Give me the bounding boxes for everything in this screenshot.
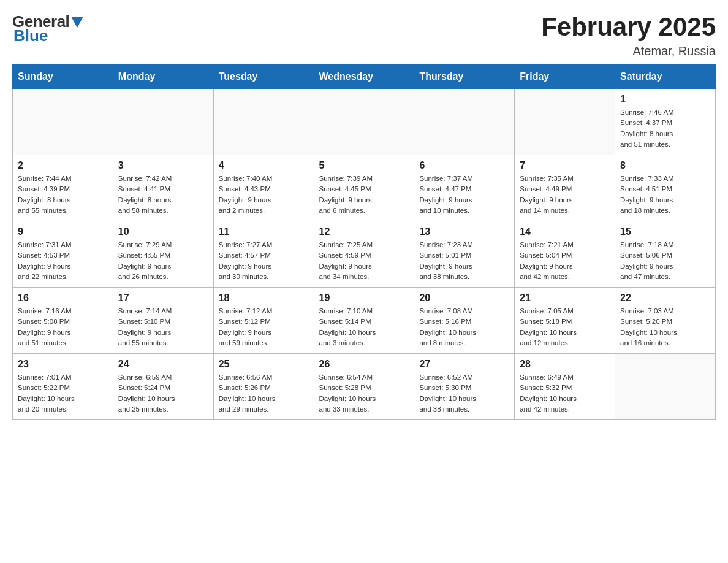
day-info: Sunrise: 7:10 AM Sunset: 5:14 PM Dayligh… bbox=[319, 306, 409, 348]
calendar-cell-week5-day2: 24Sunrise: 6:59 AM Sunset: 5:24 PM Dayli… bbox=[113, 354, 213, 420]
calendar-header: Sunday Monday Tuesday Wednesday Thursday… bbox=[13, 65, 716, 89]
calendar-cell-week5-day4: 26Sunrise: 6:54 AM Sunset: 5:28 PM Dayli… bbox=[314, 354, 414, 420]
day-number: 28 bbox=[520, 359, 610, 370]
day-info: Sunrise: 7:27 AM Sunset: 4:57 PM Dayligh… bbox=[219, 240, 309, 282]
day-number: 19 bbox=[319, 293, 409, 304]
day-info: Sunrise: 7:16 AM Sunset: 5:08 PM Dayligh… bbox=[18, 306, 108, 348]
calendar-cell-week3-day6: 14Sunrise: 7:21 AM Sunset: 5:04 PM Dayli… bbox=[515, 221, 615, 288]
calendar-cell-week4-day7: 22Sunrise: 7:03 AM Sunset: 5:20 PM Dayli… bbox=[615, 288, 716, 354]
svg-marker-0 bbox=[71, 17, 83, 28]
calendar-cell-week2-day6: 7Sunrise: 7:35 AM Sunset: 4:49 PM Daylig… bbox=[515, 155, 615, 221]
logo-triangle-icon bbox=[71, 17, 83, 28]
day-info: Sunrise: 7:33 AM Sunset: 4:51 PM Dayligh… bbox=[620, 174, 710, 216]
day-number: 4 bbox=[219, 160, 309, 171]
calendar-cell-week2-day1: 2Sunrise: 7:44 AM Sunset: 4:39 PM Daylig… bbox=[13, 155, 113, 221]
calendar-cell-week4-day4: 19Sunrise: 7:10 AM Sunset: 5:14 PM Dayli… bbox=[314, 288, 414, 354]
calendar-cell-week1-day2 bbox=[113, 89, 213, 155]
day-info: Sunrise: 7:23 AM Sunset: 5:01 PM Dayligh… bbox=[419, 240, 509, 282]
day-info: Sunrise: 6:49 AM Sunset: 5:32 PM Dayligh… bbox=[520, 372, 610, 415]
day-info: Sunrise: 7:46 AM Sunset: 4:37 PM Dayligh… bbox=[620, 107, 710, 150]
day-number: 1 bbox=[620, 94, 710, 105]
day-number: 27 bbox=[419, 359, 509, 370]
day-info: Sunrise: 7:08 AM Sunset: 5:16 PM Dayligh… bbox=[419, 306, 509, 348]
calendar-table: Sunday Monday Tuesday Wednesday Thursday… bbox=[12, 64, 716, 420]
calendar-cell-week4-day2: 17Sunrise: 7:14 AM Sunset: 5:10 PM Dayli… bbox=[113, 288, 213, 354]
day-number: 2 bbox=[18, 160, 108, 171]
calendar-cell-week3-day7: 15Sunrise: 7:18 AM Sunset: 5:06 PM Dayli… bbox=[615, 221, 716, 288]
day-number: 20 bbox=[419, 293, 509, 304]
day-info: Sunrise: 7:39 AM Sunset: 4:45 PM Dayligh… bbox=[319, 174, 409, 216]
calendar-cell-week2-day3: 4Sunrise: 7:40 AM Sunset: 4:43 PM Daylig… bbox=[213, 155, 314, 221]
day-info: Sunrise: 7:14 AM Sunset: 5:10 PM Dayligh… bbox=[118, 306, 208, 348]
day-number: 5 bbox=[319, 160, 409, 171]
calendar-cell-week5-day7 bbox=[615, 354, 716, 420]
day-info: Sunrise: 7:25 AM Sunset: 4:59 PM Dayligh… bbox=[319, 240, 409, 282]
day-number: 14 bbox=[520, 226, 610, 237]
calendar-cell-week2-day4: 5Sunrise: 7:39 AM Sunset: 4:45 PM Daylig… bbox=[314, 155, 414, 221]
day-info: Sunrise: 7:35 AM Sunset: 4:49 PM Dayligh… bbox=[520, 174, 610, 216]
day-info: Sunrise: 7:42 AM Sunset: 4:41 PM Dayligh… bbox=[118, 174, 208, 216]
header-friday: Friday bbox=[515, 65, 615, 89]
calendar-cell-week2-day2: 3Sunrise: 7:42 AM Sunset: 4:41 PM Daylig… bbox=[113, 155, 213, 221]
day-info: Sunrise: 7:18 AM Sunset: 5:06 PM Dayligh… bbox=[620, 240, 710, 282]
day-info: Sunrise: 7:40 AM Sunset: 4:43 PM Dayligh… bbox=[219, 174, 309, 216]
week-row-3: 9Sunrise: 7:31 AM Sunset: 4:53 PM Daylig… bbox=[13, 221, 716, 288]
day-number: 22 bbox=[620, 293, 710, 304]
calendar-cell-week1-day4 bbox=[314, 89, 414, 155]
header-saturday: Saturday bbox=[615, 65, 716, 89]
week-row-5: 23Sunrise: 7:01 AM Sunset: 5:22 PM Dayli… bbox=[13, 354, 716, 420]
day-number: 13 bbox=[419, 226, 509, 237]
day-number: 7 bbox=[520, 160, 610, 171]
week-row-4: 16Sunrise: 7:16 AM Sunset: 5:08 PM Dayli… bbox=[13, 288, 716, 354]
day-info: Sunrise: 7:01 AM Sunset: 5:22 PM Dayligh… bbox=[18, 372, 108, 415]
day-number: 6 bbox=[419, 160, 509, 171]
calendar-cell-week1-day5 bbox=[414, 89, 515, 155]
calendar-cell-week1-day1 bbox=[13, 89, 113, 155]
calendar-cell-week2-day5: 6Sunrise: 7:37 AM Sunset: 4:47 PM Daylig… bbox=[414, 155, 515, 221]
day-info: Sunrise: 7:05 AM Sunset: 5:18 PM Dayligh… bbox=[520, 306, 610, 348]
day-number: 16 bbox=[18, 293, 108, 304]
day-number: 23 bbox=[18, 359, 108, 370]
weekday-header-row: Sunday Monday Tuesday Wednesday Thursday… bbox=[13, 65, 716, 89]
calendar-cell-week3-day1: 9Sunrise: 7:31 AM Sunset: 4:53 PM Daylig… bbox=[13, 221, 113, 288]
day-number: 24 bbox=[118, 359, 208, 370]
day-number: 9 bbox=[18, 226, 108, 237]
calendar-body: 1Sunrise: 7:46 AM Sunset: 4:37 PM Daylig… bbox=[13, 89, 716, 420]
calendar-cell-week5-day5: 27Sunrise: 6:52 AM Sunset: 5:30 PM Dayli… bbox=[414, 354, 515, 420]
calendar-cell-week1-day6 bbox=[515, 89, 615, 155]
day-number: 11 bbox=[219, 226, 309, 237]
calendar-cell-week3-day5: 13Sunrise: 7:23 AM Sunset: 5:01 PM Dayli… bbox=[414, 221, 515, 288]
day-info: Sunrise: 6:52 AM Sunset: 5:30 PM Dayligh… bbox=[419, 372, 509, 415]
calendar-cell-week1-day3 bbox=[213, 89, 314, 155]
calendar-cell-week1-day7: 1Sunrise: 7:46 AM Sunset: 4:37 PM Daylig… bbox=[615, 89, 716, 155]
week-row-1: 1Sunrise: 7:46 AM Sunset: 4:37 PM Daylig… bbox=[13, 89, 716, 155]
calendar-cell-week4-day3: 18Sunrise: 7:12 AM Sunset: 5:12 PM Dayli… bbox=[213, 288, 314, 354]
calendar-cell-week5-day3: 25Sunrise: 6:56 AM Sunset: 5:26 PM Dayli… bbox=[213, 354, 314, 420]
logo: General Blue bbox=[12, 12, 83, 45]
header-wednesday: Wednesday bbox=[314, 65, 414, 89]
calendar-cell-week3-day3: 11Sunrise: 7:27 AM Sunset: 4:57 PM Dayli… bbox=[213, 221, 314, 288]
day-info: Sunrise: 6:59 AM Sunset: 5:24 PM Dayligh… bbox=[118, 372, 208, 415]
calendar-cell-week5-day6: 28Sunrise: 6:49 AM Sunset: 5:32 PM Dayli… bbox=[515, 354, 615, 420]
header-sunday: Sunday bbox=[13, 65, 113, 89]
day-number: 12 bbox=[319, 226, 409, 237]
calendar-cell-week4-day1: 16Sunrise: 7:16 AM Sunset: 5:08 PM Dayli… bbox=[13, 288, 113, 354]
day-number: 25 bbox=[219, 359, 309, 370]
header-monday: Monday bbox=[113, 65, 213, 89]
day-number: 26 bbox=[319, 359, 409, 370]
day-number: 15 bbox=[620, 226, 710, 237]
calendar-cell-week3-day4: 12Sunrise: 7:25 AM Sunset: 4:59 PM Dayli… bbox=[314, 221, 414, 288]
day-number: 8 bbox=[620, 160, 710, 171]
title-block: February 2025 Atemar, Russia bbox=[541, 12, 716, 58]
logo-blue-text: Blue bbox=[12, 26, 48, 45]
day-info: Sunrise: 7:31 AM Sunset: 4:53 PM Dayligh… bbox=[18, 240, 108, 282]
header-thursday: Thursday bbox=[414, 65, 515, 89]
day-number: 3 bbox=[118, 160, 208, 171]
calendar-cell-week2-day7: 8Sunrise: 7:33 AM Sunset: 4:51 PM Daylig… bbox=[615, 155, 716, 221]
day-info: Sunrise: 7:21 AM Sunset: 5:04 PM Dayligh… bbox=[520, 240, 610, 282]
day-info: Sunrise: 6:56 AM Sunset: 5:26 PM Dayligh… bbox=[219, 372, 309, 415]
day-info: Sunrise: 7:29 AM Sunset: 4:55 PM Dayligh… bbox=[118, 240, 208, 282]
day-info: Sunrise: 6:54 AM Sunset: 5:28 PM Dayligh… bbox=[319, 372, 409, 415]
page-header: General Blue February 2025 Atemar, Russi… bbox=[12, 12, 716, 58]
calendar-cell-week5-day1: 23Sunrise: 7:01 AM Sunset: 5:22 PM Dayli… bbox=[13, 354, 113, 420]
